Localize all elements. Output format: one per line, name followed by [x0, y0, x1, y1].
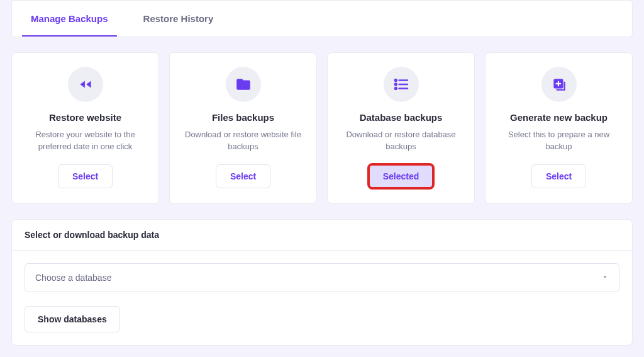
- list-icon: [384, 67, 419, 102]
- panel-header: Select or download backup data: [12, 220, 632, 251]
- button-label: Show databases: [38, 314, 107, 324]
- tabs: Manage Backups Restore History: [12, 1, 632, 37]
- button-label: Select: [230, 171, 256, 181]
- tab-manage-backups[interactable]: Manage Backups: [22, 1, 117, 37]
- chevron-down-icon: [601, 273, 609, 283]
- card-description: Download or restore database backups: [339, 129, 463, 153]
- card-database-backups: Database backups Download or restore dat…: [327, 52, 475, 204]
- add-collection-icon: [541, 67, 577, 102]
- card-description: Select this to prepare a new backup: [497, 129, 621, 153]
- tab-restore-history[interactable]: Restore History: [135, 1, 223, 37]
- card-files-backups: Files backups Download or restore websit…: [169, 52, 317, 204]
- rewind-icon: [68, 67, 103, 102]
- button-label: Selected: [383, 171, 419, 181]
- card-description: Download or restore website file backups: [181, 129, 305, 153]
- select-button[interactable]: Select: [531, 164, 586, 188]
- card-title: Restore website: [49, 112, 121, 123]
- show-databases-button[interactable]: Show databases: [25, 306, 120, 332]
- card-title: Database backups: [360, 112, 443, 123]
- folder-icon: [226, 67, 261, 102]
- button-label: Select: [72, 171, 98, 181]
- card-restore-website: Restore website Restore your website to …: [11, 52, 159, 204]
- select-placeholder: Choose a database: [35, 273, 111, 283]
- svg-point-0: [395, 79, 397, 81]
- button-label: Select: [546, 171, 572, 181]
- card-title: Generate new backup: [510, 112, 608, 123]
- backup-data-panel: Select or download backup data Choose a …: [11, 219, 633, 346]
- svg-point-2: [395, 84, 397, 86]
- tab-label: Restore History: [143, 13, 214, 24]
- panel-body: Choose a database Show databases: [12, 251, 632, 345]
- select-button[interactable]: Select: [58, 164, 113, 188]
- card-description: Restore your website to the preferred da…: [23, 129, 147, 153]
- tabs-container: Manage Backups Restore History: [11, 0, 633, 37]
- card-generate-new-backup: Generate new backup Select this to prepa…: [485, 52, 633, 204]
- database-select[interactable]: Choose a database: [25, 263, 619, 292]
- card-title: Files backups: [212, 112, 274, 123]
- select-button[interactable]: Select: [216, 164, 270, 188]
- svg-point-4: [395, 88, 397, 89]
- backup-option-cards: Restore website Restore your website to …: [11, 52, 633, 204]
- tab-label: Manage Backups: [31, 13, 108, 24]
- selected-button[interactable]: Selected: [369, 164, 434, 188]
